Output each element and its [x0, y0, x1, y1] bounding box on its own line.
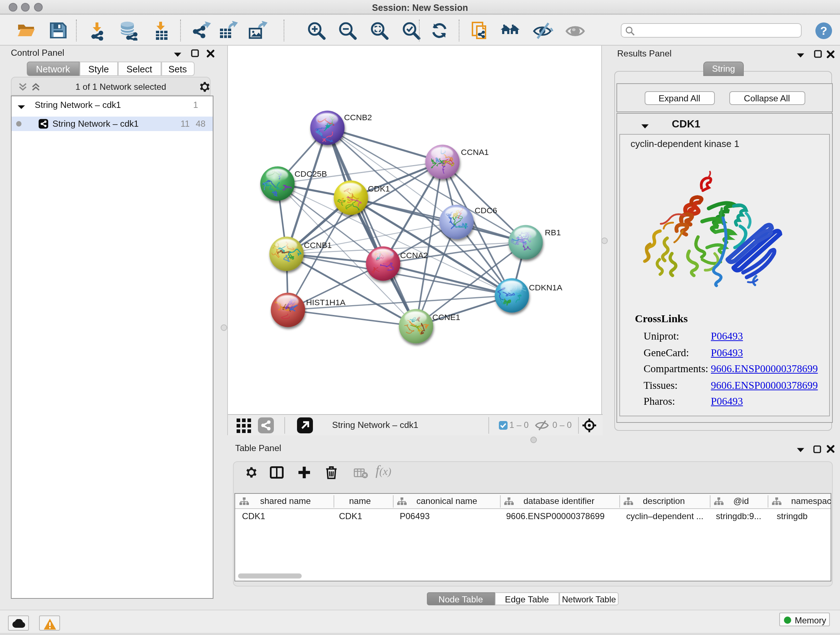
svg-text:HIST1H1A: HIST1H1A: [306, 298, 346, 307]
svg-text:RB1: RB1: [545, 228, 561, 237]
svg-text:CCNE1: CCNE1: [432, 312, 460, 322]
svg-text:CCNA1: CCNA1: [461, 147, 489, 157]
svg-text:CCNA2: CCNA2: [400, 250, 428, 260]
svg-text:CDK1: CDK1: [368, 184, 390, 193]
svg-text:CDC6: CDC6: [475, 206, 497, 215]
svg-text:CCNB1: CCNB1: [304, 241, 332, 250]
svg-text:?: ?: [820, 24, 827, 37]
svg-text:CDKN1A: CDKN1A: [529, 283, 562, 292]
svg-text:CDC25B: CDC25B: [294, 169, 327, 179]
svg-text:CCNB2: CCNB2: [344, 112, 372, 122]
